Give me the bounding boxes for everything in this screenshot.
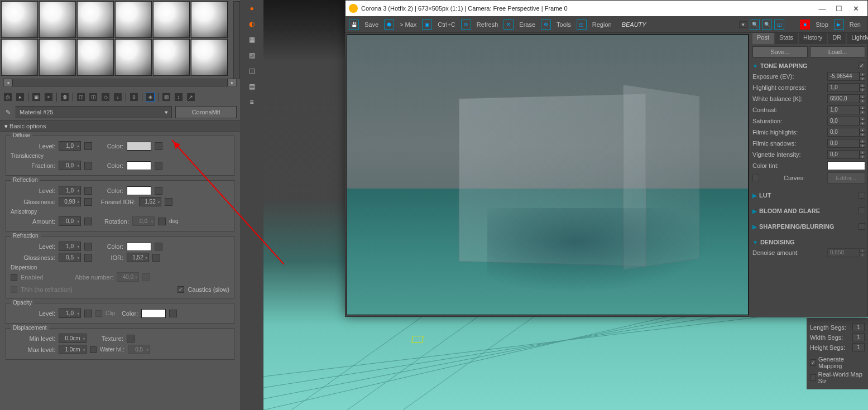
gen-mapping-checkbox[interactable]: ✓	[810, 359, 816, 366]
tools-button[interactable]: Tools	[553, 18, 574, 31]
sample-video-icon[interactable]: ▤	[247, 81, 257, 91]
saturation-input[interactable]: 0,0▴▾	[827, 117, 865, 126]
height-segs-input[interactable]: 1	[852, 343, 865, 351]
maximize-button[interactable]: ☐	[831, 2, 847, 15]
show-viewport-icon[interactable]: ◈	[146, 93, 155, 102]
fit-icon[interactable]: ◱	[774, 20, 784, 30]
aniso-amount-input[interactable]: 0,0	[59, 216, 81, 226]
tab-lightmix[interactable]: LightM	[847, 33, 868, 44]
scroll-left-icon[interactable]: ◂	[3, 78, 12, 87]
refr-level-map[interactable]	[84, 243, 92, 250]
render-icon[interactable]: ▶	[834, 20, 844, 30]
rotation-input[interactable]: 0,0	[132, 216, 155, 226]
material-thumb[interactable]	[77, 39, 114, 76]
refr-color-swatch[interactable]	[127, 242, 151, 251]
material-thumb[interactable]	[153, 39, 190, 76]
eyedropper-icon[interactable]: ✎	[3, 108, 12, 117]
material-thumb[interactable]	[115, 1, 152, 38]
show-end-icon[interactable]: ▥	[162, 93, 171, 102]
copy-icon[interactable]: ◫	[76, 93, 85, 102]
caustics-checkbox[interactable]: ✓	[178, 286, 184, 293]
highlight-input[interactable]: 1,0▴▾	[827, 83, 865, 92]
diffuse-level-input[interactable]: 1,0	[59, 141, 81, 151]
exposure-input[interactable]: -5,96544▴▾	[827, 72, 865, 81]
title-bar[interactable]: Corona 3 (Hotfix 2) | 673×505px (1:1) | …	[346, 1, 867, 16]
fresnel-map[interactable]	[165, 198, 172, 206]
material-thumb[interactable]	[39, 1, 76, 38]
filmic-s-input[interactable]: 0,0▴▾	[827, 139, 865, 148]
maxlevel-input[interactable]: 1,0cm	[59, 345, 87, 354]
get-material-icon[interactable]: ◎	[3, 93, 12, 102]
reset-icon[interactable]: ×	[44, 93, 53, 102]
tab-dr[interactable]: DR	[828, 33, 846, 44]
tone-mapping-checkbox[interactable]: ✓	[859, 62, 865, 69]
sample-options2-icon[interactable]: ▨	[247, 50, 257, 60]
minimize-button[interactable]: —	[814, 2, 831, 15]
assign-icon[interactable]: ▣	[32, 93, 41, 102]
gizmo-icon[interactable]	[411, 336, 424, 343]
fresnel-input[interactable]: 1,52	[139, 197, 161, 206]
op-color-map[interactable]	[169, 310, 177, 317]
lut-checkbox[interactable]	[859, 192, 865, 199]
copy-icon[interactable]: ▣	[422, 20, 432, 30]
refl-color-map[interactable]	[155, 187, 162, 195]
bloom-checkbox[interactable]	[859, 208, 865, 214]
go-forward-icon[interactable]: ↗	[186, 93, 195, 102]
op-level-map[interactable]	[84, 310, 92, 317]
region-icon[interactable]: ◰	[577, 20, 587, 30]
curves-editor-button[interactable]: Editor...	[827, 172, 865, 184]
load-post-button[interactable]: Load...	[810, 46, 865, 57]
paste-icon[interactable]: ◫	[89, 93, 98, 102]
diffuse-level-map[interactable]	[84, 142, 92, 150]
rotation-map[interactable]	[158, 218, 166, 225]
stop-button[interactable]: Stop	[812, 18, 832, 31]
trans-color-map[interactable]	[155, 162, 162, 170]
refr-gloss-map[interactable]	[84, 254, 92, 262]
sample-sphere-icon[interactable]: ●	[247, 3, 257, 13]
max-icon[interactable]: ⬢	[384, 20, 394, 30]
delete-icon[interactable]: 🗑	[60, 93, 69, 102]
denoise-header[interactable]: ▼DENOISING	[752, 237, 865, 247]
ctrlc-button[interactable]: Ctrl+C	[434, 18, 458, 31]
pass-arrow-icon[interactable]: ▾	[739, 21, 747, 28]
refr-ior-map[interactable]	[152, 254, 160, 262]
stop-icon[interactable]: ■	[800, 20, 810, 30]
zoom-in-icon[interactable]: 🔍	[750, 20, 760, 30]
thumbnail-scroll-h[interactable]: ◂ ▸	[3, 78, 237, 87]
whitebal-input[interactable]: 6500,0▴▾	[827, 94, 865, 103]
refr-gloss-input[interactable]: 0,5	[59, 253, 81, 262]
sample-custom-icon[interactable]: ≡	[247, 97, 257, 107]
vignette-input[interactable]: 0,0▴▾	[827, 150, 865, 159]
sample-uv-icon[interactable]: ◫	[247, 66, 257, 76]
material-thumb[interactable]	[191, 1, 228, 38]
refresh-button[interactable]: Refresh	[473, 18, 502, 31]
tab-history[interactable]: History	[799, 33, 827, 44]
render-view[interactable]	[347, 34, 749, 315]
refl-level-map[interactable]	[84, 187, 92, 195]
save-icon[interactable]: 💾	[349, 20, 359, 30]
lut-header[interactable]: ▶LUT	[752, 190, 865, 200]
diffuse-color-swatch[interactable]	[127, 142, 151, 151]
minlevel-input[interactable]: 0,0cm	[59, 334, 87, 343]
refl-level-input[interactable]: 1,0	[59, 186, 81, 195]
material-thumb[interactable]	[1, 1, 38, 38]
gloss-map[interactable]	[84, 198, 92, 206]
sample-backlight-icon[interactable]: ◐	[247, 19, 257, 29]
refr-color-map[interactable]	[155, 243, 162, 250]
contrast-input[interactable]: 1,0▴▾	[827, 105, 865, 114]
material-thumb[interactable]	[153, 1, 190, 38]
clip-checkbox[interactable]	[95, 310, 102, 317]
material-thumb[interactable]	[39, 39, 76, 76]
save-button[interactable]: Save	[361, 18, 382, 31]
fraction-map[interactable]	[84, 162, 92, 170]
zoom-out-icon[interactable]: 🔍	[762, 20, 772, 30]
tex-map[interactable]	[127, 335, 135, 343]
filmic-h-input[interactable]: 0,0▴▾	[827, 128, 865, 137]
material-thumb[interactable]	[1, 39, 38, 76]
width-segs-input[interactable]: 1	[852, 333, 865, 341]
tab-post[interactable]: Post	[752, 33, 774, 44]
denoise-amount-input[interactable]: 0,650▴▾	[827, 248, 865, 257]
close-button[interactable]: ✕	[847, 2, 864, 15]
thumbnail-scrollbar[interactable]	[233, 1, 240, 79]
make-unique-icon[interactable]: ◇	[101, 93, 110, 102]
